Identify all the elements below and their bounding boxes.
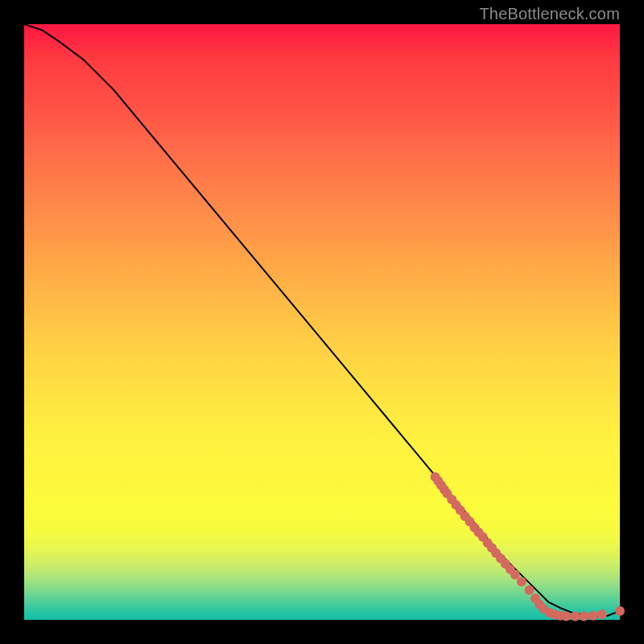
watermark-text: TheBottleneck.com [479, 5, 620, 23]
curve-marker [588, 611, 598, 621]
curve-layer [24, 24, 620, 620]
curve-marker [615, 606, 625, 616]
curve-marker [597, 609, 607, 619]
curve-marker [525, 585, 535, 595]
curve-markers [431, 472, 625, 621]
chart-frame: TheBottleneck.com [0, 0, 644, 644]
curve-marker [571, 612, 580, 621]
curve-marker [580, 612, 589, 621]
plot-area [24, 24, 620, 620]
curve-marker [561, 612, 571, 621]
bottleneck-curve [24, 24, 620, 617]
curve-marker [510, 570, 520, 580]
curve-marker [517, 577, 526, 587]
